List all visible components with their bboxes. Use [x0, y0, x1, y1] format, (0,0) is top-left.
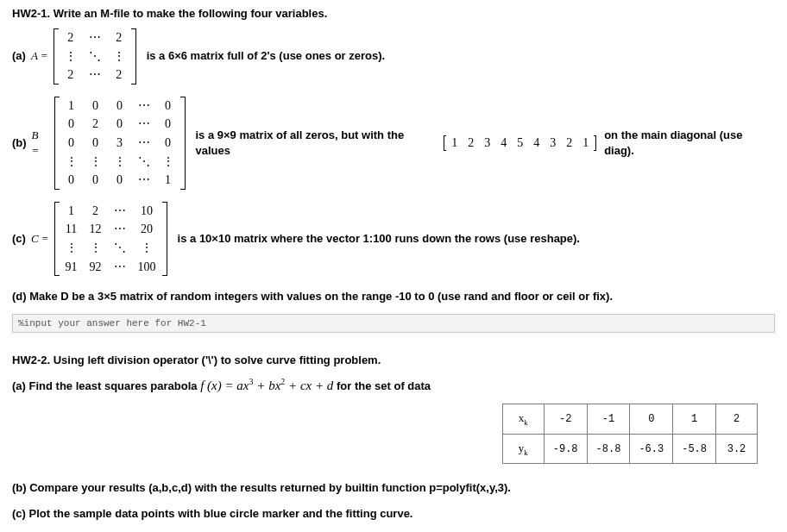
q1a-var: A =	[31, 48, 48, 64]
q1b-label: (b)	[12, 135, 27, 151]
hw2-2-title: HW2-2. Using left division operator ('\'…	[12, 354, 775, 366]
q1a-row: (a) A = 2⋯2 ⋮⋱⋮ 2⋯2 is a 6×6 matrix full…	[12, 28, 775, 84]
q1b-var: B =	[32, 128, 49, 159]
q2c: (c) Plot the sample data points with blu…	[12, 505, 775, 523]
q1c-label: (c)	[12, 231, 26, 247]
table-row: xk -2 -1 0 1 2	[502, 404, 757, 435]
q1b-matrix: 100⋯0 020⋯0 003⋯0 ⋮⋮⋮⋱⋮ 000⋯1	[54, 97, 186, 190]
q1d-text: (d) Make D be a 3×5 matrix of random int…	[12, 288, 775, 305]
q1b-desc-post: on the main diagonal (use diag).	[604, 128, 775, 159]
q2b: (b) Compare your results (a,b,c,d) with …	[12, 479, 775, 497]
answer-input-hw2-1[interactable]: %input your answer here for HW2-1	[12, 314, 775, 333]
q1c-row: (c) C = 12⋯10 1112⋯20 ⋮⋮⋱⋮ 9192⋯100 is a…	[12, 202, 775, 276]
q1a-desc: is a 6×6 matrix full of 2's (use ones or…	[147, 48, 386, 64]
q1b-desc-pre: is a 9×9 matrix of all zeros, but with t…	[196, 128, 442, 159]
q1c-matrix: 12⋯10 1112⋯20 ⋮⋮⋱⋮ 9192⋯100	[54, 202, 167, 276]
q2a-post: for the set of data	[337, 379, 431, 392]
q1a-label: (a)	[12, 48, 26, 64]
q1c-desc: is a 10×10 matrix where the vector 1:100…	[178, 231, 580, 247]
yk-label: yk	[502, 434, 544, 464]
q2a-formula: f (x) = ax3 + bx2 + cx + d	[200, 379, 333, 392]
q2a: (a) Find the least squares parabola f (x…	[12, 375, 775, 396]
q2a-pre: (a) Find the least squares parabola	[12, 379, 200, 392]
q1a-matrix: 2⋯2 ⋮⋱⋮ 2⋯2	[54, 28, 136, 84]
table-row: yk -9.8 -8.8 -6.3 -5.8 3.2	[502, 434, 757, 464]
hw2-1-title: HW2-1. Write an M-file to make the follo…	[12, 7, 775, 20]
data-table: xk -2 -1 0 1 2 yk -9.8 -8.8 -6.3 -5.8 3.…	[502, 404, 758, 464]
q1c-var: C =	[31, 231, 49, 247]
xk-label: xk	[502, 404, 544, 435]
q1b-row: (b) B = 100⋯0 020⋯0 003⋯0 ⋮⋮⋮⋱⋮ 000⋯1 is…	[12, 97, 775, 190]
q1b-diag: 123454321	[444, 135, 596, 152]
